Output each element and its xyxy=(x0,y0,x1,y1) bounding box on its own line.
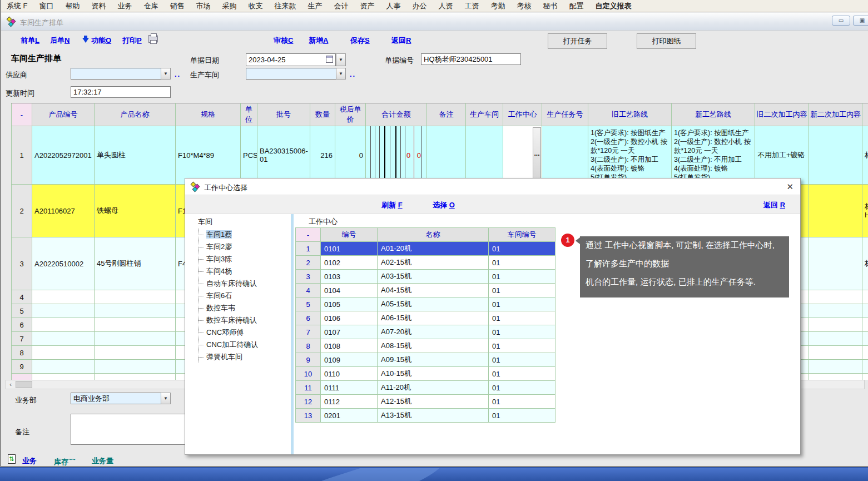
cell-workshop-code[interactable]: 01 xyxy=(489,325,555,339)
grid-cell-amount[interactable]: 0 0 xyxy=(366,126,427,185)
grid-cell[interactable] xyxy=(95,304,176,318)
menu-item-salary[interactable]: 工资 xyxy=(465,1,479,11)
cell-workshop-code[interactable]: 01 xyxy=(489,409,555,423)
grid-cell[interactable]: F10*M4*89 xyxy=(176,126,241,185)
grid-cell-old-route[interactable]: 1(客户要求): 按图纸生产 2(一级生产): 数控小机 按款*120元 一天 … xyxy=(588,126,672,185)
grid-cell[interactable]: 材 HQ xyxy=(862,185,868,237)
dept-input[interactable] xyxy=(71,393,161,404)
cell-code[interactable]: 0110 xyxy=(321,367,378,381)
dlg-col-workshop-code[interactable]: 车间编号 xyxy=(489,228,555,242)
grid-cell[interactable] xyxy=(862,346,868,360)
cell-rownum[interactable]: 2 xyxy=(296,256,321,270)
list-item[interactable]: 70107A07-20机01 xyxy=(296,325,555,339)
menu-item-appraisal[interactable]: 考核 xyxy=(517,1,532,11)
cell-name[interactable]: A07-20机 xyxy=(378,325,489,339)
grid-cell[interactable]: 8 xyxy=(12,346,32,360)
list-item[interactable]: 80108A08-15机01 xyxy=(296,339,555,353)
audit-button[interactable]: 审核C xyxy=(274,36,293,46)
tree-item-workshop3[interactable]: 车间3陈 xyxy=(199,253,290,265)
cell-code[interactable]: 0108 xyxy=(321,339,378,353)
grid-cell[interactable]: A2022052972001 xyxy=(32,126,95,185)
menu-item-window[interactable]: 窗口 xyxy=(39,1,54,11)
grid-cell[interactable] xyxy=(32,304,95,318)
col-header-qty[interactable]: 数量 xyxy=(310,103,335,126)
menu-item-hr2[interactable]: 人资 xyxy=(439,1,453,11)
add-button[interactable]: 新增A xyxy=(309,36,328,46)
cell-rownum[interactable]: 6 xyxy=(296,311,321,325)
menu-item-purchase[interactable]: 采购 xyxy=(222,1,237,11)
menu-item-accounts[interactable]: 往来款 xyxy=(275,1,296,11)
cell-name[interactable]: A09-15机 xyxy=(378,353,489,367)
workshop-dropdown-button[interactable]: ▼ xyxy=(336,68,346,80)
print-button[interactable]: 打印P xyxy=(122,36,142,46)
cell-workshop-code[interactable]: 01 xyxy=(489,270,555,284)
grid-cell[interactable] xyxy=(862,318,868,332)
refresh-button[interactable]: 刷新 F xyxy=(381,200,403,210)
prev-doc-button[interactable]: 前单L xyxy=(21,36,39,46)
col-header-rownum[interactable]: - xyxy=(12,103,32,126)
grid-cell[interactable]: A201106027 xyxy=(32,185,95,237)
minimize-button[interactable]: ▭ xyxy=(832,16,850,26)
scrollbar-thumb[interactable] xyxy=(16,381,32,388)
col-header-new-route[interactable]: 新工艺路线 xyxy=(672,103,755,126)
supplier-dropdown-button[interactable]: ▼ xyxy=(161,68,171,80)
cell-rownum[interactable]: 4 xyxy=(296,284,321,297)
cell-workshop-code[interactable]: 01 xyxy=(489,381,555,395)
save-button[interactable]: 保存S xyxy=(350,36,370,46)
cell-workshop-code[interactable]: 01 xyxy=(489,242,555,256)
grid-cell[interactable] xyxy=(809,346,862,360)
menu-item-business[interactable]: 业务 xyxy=(118,1,132,11)
list-item[interactable]: 110111A11-20机01 xyxy=(296,381,555,395)
grid-cell[interactable] xyxy=(466,126,503,185)
tree-item-workshop6[interactable]: 车间6石 xyxy=(199,290,290,302)
update-time-input[interactable] xyxy=(71,86,171,98)
grid-cell[interactable]: 0 xyxy=(335,126,366,185)
grid-cell[interactable] xyxy=(95,360,176,374)
cell-rownum[interactable]: 3 xyxy=(296,270,321,284)
menu-item-secretary[interactable]: 秘书 xyxy=(543,1,558,11)
grid-cell[interactable] xyxy=(427,126,466,185)
cell-rownum[interactable]: 12 xyxy=(296,395,321,409)
cell-code[interactable]: 0107 xyxy=(321,325,378,339)
grid-cell[interactable] xyxy=(809,185,862,237)
date-dropdown-button[interactable]: ▼ xyxy=(336,53,346,66)
grid-cell[interactable] xyxy=(862,304,868,318)
dept-dropdown-button[interactable]: ▼ xyxy=(161,393,171,404)
grid-cell[interactable]: 材 xyxy=(862,237,868,290)
grid-cell[interactable] xyxy=(809,318,862,332)
tree-item-spring-machine[interactable]: 弹簧机车间 xyxy=(199,351,290,363)
cell-name[interactable]: A02-15机 xyxy=(378,256,489,270)
cell-code[interactable]: 0112 xyxy=(321,395,378,409)
supplier-input[interactable] xyxy=(71,68,161,80)
cell-rownum[interactable]: 13 xyxy=(296,409,321,423)
col-header-old-secondary[interactable]: 旧二次加工内容 xyxy=(755,103,809,126)
list-item[interactable]: 90109A09-15机01 xyxy=(296,353,555,367)
open-task-button[interactable]: 打开任务 xyxy=(548,33,607,49)
list-item[interactable]: 130201A13-15机01 xyxy=(296,409,555,423)
next-doc-button[interactable]: 后单N xyxy=(50,36,70,46)
grid-cell[interactable]: 2 xyxy=(12,185,32,237)
grid-cell[interactable] xyxy=(95,318,176,332)
splitter[interactable] xyxy=(291,214,294,454)
grid-cell[interactable]: 1 xyxy=(12,126,32,185)
workshop-input[interactable] xyxy=(246,68,336,80)
list-item[interactable]: 40104A04-15机01 xyxy=(296,284,555,297)
close-icon[interactable]: ✕ xyxy=(786,182,793,192)
tree-item-workshop2[interactable]: 车间2廖 xyxy=(199,241,290,253)
cell-name[interactable]: A01-20机 xyxy=(378,242,489,256)
printer-icon[interactable] xyxy=(148,35,158,43)
menu-item-config[interactable]: 配置 xyxy=(569,1,584,11)
cell-workshop-code[interactable]: 01 xyxy=(489,339,555,353)
grid-cell[interactable]: 5 xyxy=(12,304,32,318)
cell-code[interactable]: 0106 xyxy=(321,311,378,325)
cell-workshop-code[interactable]: 01 xyxy=(489,284,555,297)
workcenter-browse-button[interactable]: ... xyxy=(533,127,541,183)
cell-rownum[interactable]: 9 xyxy=(296,353,321,367)
dlg-col-name[interactable]: 名称 xyxy=(378,228,489,242)
list-item[interactable]: 60106A06-15机01 xyxy=(296,311,555,325)
cell-rownum[interactable]: 5 xyxy=(296,297,321,311)
grid-cell[interactable] xyxy=(32,290,95,304)
menu-item-help[interactable]: 帮助 xyxy=(66,1,80,11)
refresh-doc-icon[interactable] xyxy=(8,454,16,464)
workshop-browse-link[interactable]: .. xyxy=(350,70,356,78)
